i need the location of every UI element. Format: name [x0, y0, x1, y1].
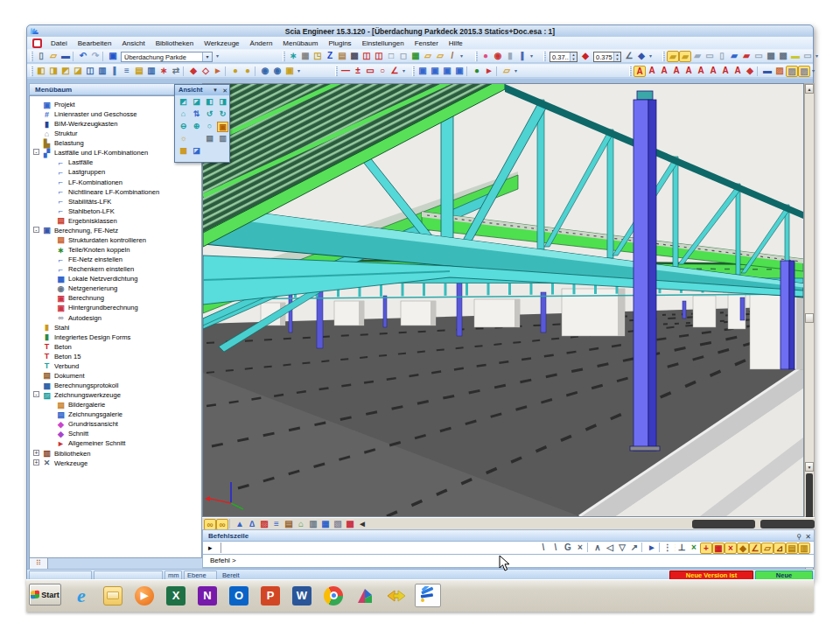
hscroll-dark-right[interactable]: [760, 520, 815, 528]
iso-view-icon[interactable]: ◩: [178, 97, 189, 108]
toolbar-grip[interactable]: [335, 66, 338, 76]
snap-green-x-icon[interactable]: ×: [688, 542, 700, 554]
tree-item[interactable]: ⌐Lastfälle: [56, 158, 93, 167]
pt-2-icon[interactable]: ●: [242, 66, 254, 77]
layout-4-icon[interactable]: ▣: [453, 66, 466, 77]
title-bar[interactable]: Scia Engineer 15.3.120 - [Überdachung Pa…: [27, 25, 813, 37]
viewport-vertical-scrollbar[interactable]: ▲ ▼: [804, 83, 815, 517]
front-view-icon[interactable]: ◧: [204, 97, 215, 108]
menu-bearbeiten[interactable]: Bearbeiten: [73, 39, 117, 47]
sel-1-icon[interactable]: ◆: [187, 66, 200, 77]
palette-dropdown-icon[interactable]: ▼: [213, 86, 218, 95]
tree-item[interactable]: ▣Berechnung: [56, 293, 104, 303]
snap-flat-icon[interactable]: ▽: [616, 542, 628, 554]
taskbar-powerpoint[interactable]: P: [257, 584, 284, 607]
win-7-icon[interactable]: ▰: [740, 51, 752, 62]
befehlszeile-header[interactable]: Befehlszeile ⚲ ✕: [202, 529, 815, 542]
label-a2-icon[interactable]: A: [646, 66, 658, 77]
bino-3-icon[interactable]: ▣: [284, 66, 296, 77]
snap-peak-icon[interactable]: ∧: [592, 542, 604, 554]
tree-item[interactable]: TBeton 15: [42, 352, 80, 361]
tree-item[interactable]: ⌐Stabilitäts-LFK: [56, 197, 111, 206]
taskbar-file-explorer[interactable]: [100, 584, 126, 607]
snap-perp-icon[interactable]: ⊥: [676, 542, 688, 554]
layout-3-icon[interactable]: ▣: [441, 66, 453, 77]
table-icon[interactable]: ▦: [410, 51, 422, 62]
tree-item[interactable]: ▮Stahl: [42, 323, 69, 332]
win-6-icon[interactable]: ▰: [728, 51, 740, 62]
wireframe-icon[interactable]: Z: [324, 51, 336, 62]
label-a7-icon[interactable]: A: [707, 66, 719, 77]
label-a8-icon[interactable]: A: [719, 66, 732, 77]
tree-item[interactable]: ▤Strukturdaten kontrollieren: [56, 235, 146, 245]
palette-close-icon[interactable]: ✕: [222, 86, 228, 95]
clip-box-icon[interactable]: ▤: [204, 134, 215, 144]
ansicht-palette-header[interactable]: Ansicht▼✕: [175, 85, 229, 95]
solid-cube-icon[interactable]: ▦: [299, 51, 312, 62]
vp-1-icon[interactable]: ◧: [35, 66, 47, 77]
win-1-icon[interactable]: ▰: [667, 51, 679, 62]
render-cube-icon[interactable]: ◳: [312, 51, 324, 62]
zoom-window-icon[interactable]: ○: [204, 122, 215, 132]
tree-item[interactable]: ▮BIM-Werkzeugkasten: [42, 119, 117, 129]
gallery-2-icon[interactable]: ▱: [434, 51, 446, 62]
toolbar-overflow-chevron[interactable]: ▾: [814, 51, 820, 62]
tree-item[interactable]: ▙Belastung: [42, 138, 84, 148]
layout-1-icon[interactable]: ▣: [416, 66, 429, 77]
snap-dots-icon[interactable]: ⋮⋮: [663, 542, 676, 554]
snap-y1-icon[interactable]: +: [700, 542, 712, 554]
snap-arc-icon[interactable]: ↗: [628, 542, 640, 554]
menu-einstellungen[interactable]: Einstellungen: [357, 39, 410, 47]
tree-item[interactable]: ▣Berechnung, FE-Netz: [42, 226, 118, 235]
taskbar-internet-explorer[interactable]: e: [68, 584, 94, 607]
snap-y3-icon[interactable]: ×: [724, 542, 737, 554]
combo-dropdown-icon[interactable]: ▾: [202, 52, 212, 61]
tree-item[interactable]: ◆Grundrissansicht: [56, 419, 118, 429]
tree-expand-expand[interactable]: +: [33, 459, 39, 466]
toolbar-overflow-chevron[interactable]: ▾: [810, 66, 816, 77]
snap-x-icon[interactable]: ×: [574, 542, 586, 554]
zoom-all-icon[interactable]: ▣: [217, 122, 228, 132]
snap-y5-icon[interactable]: ∠: [749, 542, 761, 554]
menu-werkzeuge[interactable]: Werkzeuge: [199, 39, 244, 47]
project-combo[interactable]: Überdachung Parkde▾: [121, 52, 213, 62]
snap-cursor-icon[interactable]: ►: [646, 542, 658, 554]
clip-plane-icon[interactable]: ▥: [217, 134, 228, 144]
volume-icon[interactable]: ▩: [348, 51, 360, 62]
rotate-right-icon[interactable]: ↻: [217, 109, 228, 120]
spin2-input[interactable]: 0.375▲▼: [593, 52, 621, 62]
taskbar-excel[interactable]: X: [163, 584, 189, 607]
toolbar-grip[interactable]: [31, 52, 33, 61]
win-5-icon[interactable]: ▯: [716, 51, 728, 62]
label-a1-icon[interactable]: A: [634, 66, 646, 77]
save-view-icon[interactable]: ▬: [761, 66, 774, 77]
toolbar-overflow-chevron[interactable]: ▾: [458, 51, 465, 62]
viewport-3d[interactable]: [202, 83, 804, 517]
toolbar-grip[interactable]: [475, 52, 478, 61]
tree-item[interactable]: ►Allgemeiner Schnitt: [56, 438, 125, 448]
tree-item[interactable]: ▤Zeichnungsgalerie: [56, 410, 122, 419]
snap-settings-icon[interactable]: ∗: [287, 51, 299, 62]
tree-item[interactable]: ▣Projekt: [42, 100, 75, 109]
tree-item[interactable]: #Linienraster und Geschosse: [42, 109, 137, 119]
tree-item[interactable]: ▨Zeichnungswerkzeuge: [42, 390, 121, 400]
snap-y9-icon[interactable]: ▥: [798, 542, 810, 554]
window-red-2-icon[interactable]: ◫: [373, 51, 385, 62]
spinner-arrows[interactable]: ▲▼: [570, 52, 577, 61]
save-project-icon[interactable]: ▬: [60, 51, 72, 62]
win-9-icon[interactable]: ▩: [765, 51, 777, 62]
label-a5-icon[interactable]: A: [682, 66, 695, 77]
tree-item[interactable]: ▞Lastfälle und LF-Kombinationen: [42, 148, 148, 158]
vp-5-icon[interactable]: ◫: [84, 66, 96, 77]
tree-item[interactable]: ▤Dokument: [42, 371, 85, 381]
vp-11-icon[interactable]: ∗: [158, 66, 170, 77]
menu-hilfe[interactable]: Hilfe: [444, 39, 468, 47]
tree-item[interactable]: ▦Berechnungsprotokoll: [42, 381, 118, 390]
toolbar-overflow-chevron[interactable]: ▾: [528, 51, 535, 62]
menu-bibliotheken[interactable]: Bibliotheken: [150, 39, 200, 47]
toolbar-overflow-chevron[interactable]: ▾: [401, 66, 407, 77]
snap-line2-icon[interactable]: \: [550, 542, 562, 554]
clipboard-icon[interactable]: ▤: [336, 51, 348, 62]
menu-fenster[interactable]: Fenster: [410, 39, 444, 47]
toolbar-grip[interactable]: [31, 66, 33, 76]
